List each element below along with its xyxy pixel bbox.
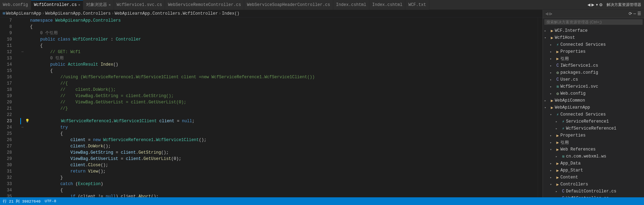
tab-web-config[interactable]: Web.config [0,0,31,10]
tree-item[interactable]: ▸▶Properties [543,132,644,139]
expand-icon[interactable]: ▸ [555,190,560,193]
tree-item[interactable]: ▸CWcf1Controller.cs [543,195,644,197]
expand-icon[interactable]: ▸ [550,92,555,96]
expand-icon[interactable]: ▸ [550,64,555,68]
tree-item[interactable]: ▾⚡Connected Services [543,111,644,118]
expand-icon[interactable]: ▾ [550,148,555,152]
scroll-left-icon[interactable]: ◀ [587,2,590,8]
expand-icon[interactable]: ▸ [550,141,555,145]
tree-item[interactable]: ▸⚡ServiceReference1 [543,118,644,125]
tree-item[interactable]: ▾▶Wcf1Host [543,34,644,41]
token: View [88,168,98,175]
expand-icon[interactable]: ▸ [550,43,555,47]
tree-item[interactable]: ▸▶Properties [543,48,644,55]
token: ( [76,181,78,187]
line-number: 26 [0,137,15,143]
tree-item[interactable]: ▸▶WebApiCommon [543,97,644,104]
expand-icon[interactable]: ▸ [550,169,555,173]
tree-item[interactable]: ▸CIWcfService1.cs [543,62,644,69]
tree-item[interactable]: ▸⚡Connected Services [543,41,644,48]
tree-item[interactable]: ▾▶Web References [543,146,644,153]
line-number: 19 [0,93,15,99]
item-label: App_Data [560,161,643,166]
line-number: 17 [0,80,15,87]
tree-item[interactable]: ▸▶Content [543,174,644,181]
solution-collapse-icon[interactable]: — [634,12,636,16]
expand-icon[interactable]: ▸ [544,99,549,103]
fold-icon [20,156,24,162]
expand-icon[interactable]: ▾ [544,36,549,40]
tree-item[interactable]: ▸▶WCF.Interface [543,27,644,34]
tree-item[interactable]: ▸▶App_Start [543,167,644,174]
expand-icon[interactable]: ▸ [550,134,555,138]
indent [30,105,60,112]
code-line: { [20,187,538,193]
fold-icon[interactable]: − [20,49,24,55]
item-icon: ⚡ [555,42,560,47]
expand-icon[interactable]: ▸ [555,155,560,159]
line-number: 31 [0,168,15,175]
tree-item[interactable]: ▸≋cn.com.webxml.ws [543,153,644,160]
tab-object-browser[interactable]: 对象浏览器 ✕ [83,0,114,10]
expand-icon[interactable]: ▸ [550,162,555,166]
tab-index2[interactable]: Index.cshtml [369,0,405,10]
tab-wcfservice1[interactable]: WcfService1.svc.cs [114,0,165,10]
tree-item[interactable]: ▾▶Controllers [543,181,644,188]
tree-item[interactable]: ▸⚙Web.config [543,90,644,97]
token: : [108,36,116,43]
close-icon[interactable]: ✕ [78,3,80,7]
token: = [113,149,121,156]
expand-icon[interactable]: ▾ [550,113,555,117]
expand-icon[interactable]: ▸ [550,57,555,61]
tree-item[interactable]: ▸CUser.cs [543,76,644,83]
tab-webserviceremote[interactable]: WebServiceRemoteController.cs [165,0,244,10]
tab-index1[interactable]: Index.cshtml [333,0,369,10]
close-icon[interactable]: ✕ [108,3,111,7]
tree-item[interactable]: ▸CDefaultController.cs [543,188,644,195]
tree-item[interactable]: ▾▶WebApiLearnApp [543,104,644,111]
token: WcfService1Client [156,137,199,143]
token: Wcf1Controller [73,36,108,43]
gutter: 💡 [25,118,31,124]
token: Abort [139,193,151,197]
expand-icon[interactable]: ▸ [555,127,560,131]
item-icon: ▶ [555,182,560,187]
expand-icon[interactable]: ▸ [550,50,555,54]
expand-icon[interactable]: ▾ [550,183,555,186]
token: client [70,143,85,149]
solution-forward-icon[interactable]: ▷ [550,11,552,16]
expand-icon[interactable]: ▸ [550,78,555,82]
expand-icon[interactable]: ▸ [550,85,555,89]
settings-icon[interactable]: ⚙ [600,2,602,8]
token: GetUserList [143,156,171,162]
expand-icon[interactable]: ▸ [550,176,555,180]
tree-item[interactable]: ▸⚡WcfServiceReference1 [543,125,644,132]
tab-webservicesoap[interactable]: WebServiceSoapHeaderController.cs [244,0,333,10]
indent [30,74,60,80]
fold-icon [20,93,24,99]
tree-item[interactable]: ▸▶引用 [543,55,644,62]
solution-search-input[interactable] [544,19,643,25]
expand-icon[interactable]: ▸ [544,29,549,33]
code-content[interactable]: namespace WebApiLearnApp.Controllers { 0… [17,17,538,197]
tree-item[interactable]: ▸▶App_Data [543,160,644,167]
solution-sync-icon[interactable]: ⟳ [629,11,632,16]
tree-item[interactable]: ▸▶引用 [543,139,644,146]
expand-icon[interactable]: ▾ [544,106,549,110]
solution-settings-icon[interactable]: ☰ [637,11,641,16]
tab-wcf-txt[interactable]: WCF.txt [405,0,429,10]
editor-scrollbar[interactable] [538,17,543,197]
token: GetUserList [91,156,118,162]
breadcrumb-namespace: WebApiLearnApp.Controllers [45,11,111,16]
fold-icon[interactable]: − [20,124,24,131]
tree-item[interactable]: ▸⚙packages.config [543,69,644,76]
expand-icon[interactable]: ▸ [550,71,555,75]
tree-item[interactable]: ▸≋WcfService1.svc [543,83,644,90]
scroll-right-icon[interactable]: ▶ [592,2,594,8]
tab-list-icon[interactable]: ▾ [595,2,598,8]
token: { [60,131,63,137]
solution-back-icon[interactable]: ◁ [546,11,548,16]
tab-label: Web.config [3,2,28,7]
tab-wcf1controller[interactable]: Wcf1Controller.cs ✕ [31,0,83,10]
expand-icon[interactable]: ▸ [555,120,560,124]
